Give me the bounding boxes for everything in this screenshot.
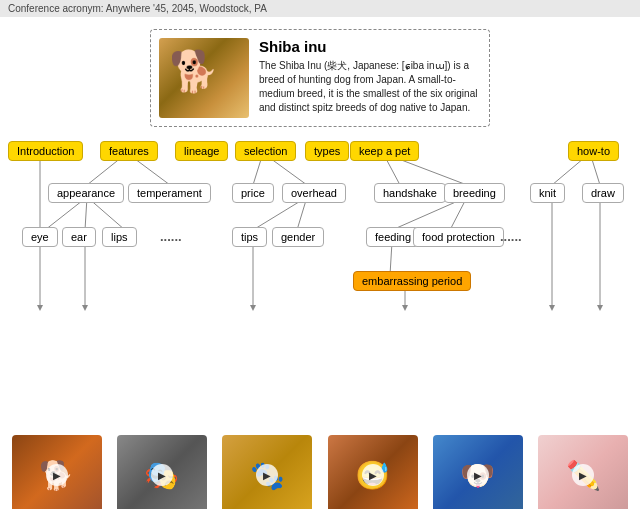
- node-price[interactable]: price: [232, 183, 274, 203]
- video-item-5: 🐶 ▶ Correct dog food-protection in two m…: [430, 435, 526, 509]
- info-box: Shiba inu The Shiba Inu (柴犬, Japanese: […: [150, 29, 490, 127]
- node-features[interactable]: features: [100, 141, 158, 161]
- node-how-to[interactable]: how-to: [568, 141, 619, 161]
- videos-row: 🐕 ▶ And the oldest dog, Introduction to …: [0, 435, 640, 509]
- info-text: Shiba inu The Shiba Inu (柴犬, Japanese: […: [259, 38, 481, 115]
- play-button-4[interactable]: ▶: [362, 464, 384, 486]
- info-description: The Shiba Inu (柴犬, Japanese: [ɕiba inɯ])…: [259, 59, 481, 115]
- hierarchy-diagram: Introduction features lineage selection …: [0, 133, 640, 433]
- dog-image: [159, 38, 249, 118]
- node-gender[interactable]: gender: [272, 227, 324, 247]
- node-introduction[interactable]: Introduction: [8, 141, 83, 161]
- node-selection[interactable]: selection: [235, 141, 296, 161]
- ellipsis-1: ......: [160, 229, 182, 244]
- info-title: Shiba inu: [259, 38, 481, 55]
- node-breeding[interactable]: breeding: [444, 183, 505, 203]
- node-embarrassing[interactable]: embarrassing period: [353, 271, 471, 291]
- video-thumb-1[interactable]: 🐕 ▶: [12, 435, 102, 509]
- video-thumb-5[interactable]: 🐶 ▶: [433, 435, 523, 509]
- node-eye[interactable]: eye: [22, 227, 58, 247]
- node-feeding[interactable]: feeding: [366, 227, 420, 247]
- node-knit[interactable]: knit: [530, 183, 565, 203]
- node-ear[interactable]: ear: [62, 227, 96, 247]
- node-tips[interactable]: tips: [232, 227, 267, 247]
- video-item-3: 🐾 ▶ 2022 Beginners Buying Shiba Inu Guid…: [219, 435, 315, 509]
- node-draw[interactable]: draw: [582, 183, 624, 203]
- top-bar: Conference acronym: Anywhere '45, 2045, …: [0, 0, 640, 17]
- ellipsis-2: ......: [500, 229, 522, 244]
- node-food-protection[interactable]: food protection: [413, 227, 504, 247]
- video-item-6: ✏️ ▶ Teach you how to draw a Shiba Inu: [535, 435, 631, 509]
- node-lineage[interactable]: lineage: [175, 141, 228, 161]
- video-thumb-4[interactable]: 😅 ▶: [328, 435, 418, 509]
- video-thumb-2[interactable]: 🎭 ▶: [117, 435, 207, 509]
- video-thumb-6[interactable]: ✏️ ▶: [538, 435, 628, 509]
- video-item-2: 🎭 ▶ Shiba Inu Characteristics Analysis -…: [114, 435, 210, 509]
- hierarchy-lines: [0, 133, 640, 433]
- node-appearance[interactable]: appearance: [48, 183, 124, 203]
- video-item-4: 😅 ▶ About the problem of Shiba Inu's emb…: [325, 435, 421, 509]
- node-overhead[interactable]: overhead: [282, 183, 346, 203]
- play-button-5[interactable]: ▶: [467, 464, 489, 486]
- node-types[interactable]: types: [305, 141, 349, 161]
- video-item-1: 🐕 ▶ And the oldest dog, Introduction to …: [9, 435, 105, 509]
- play-button-2[interactable]: ▶: [151, 464, 173, 486]
- play-button-1[interactable]: ▶: [46, 464, 68, 486]
- node-handshake[interactable]: handshake: [374, 183, 446, 203]
- node-keep-a-pet[interactable]: keep a pet: [350, 141, 419, 161]
- video-thumb-3[interactable]: 🐾 ▶: [222, 435, 312, 509]
- top-bar-text: Conference acronym: Anywhere '45, 2045, …: [8, 3, 267, 14]
- node-temperament[interactable]: temperament: [128, 183, 211, 203]
- node-lips[interactable]: lips: [102, 227, 137, 247]
